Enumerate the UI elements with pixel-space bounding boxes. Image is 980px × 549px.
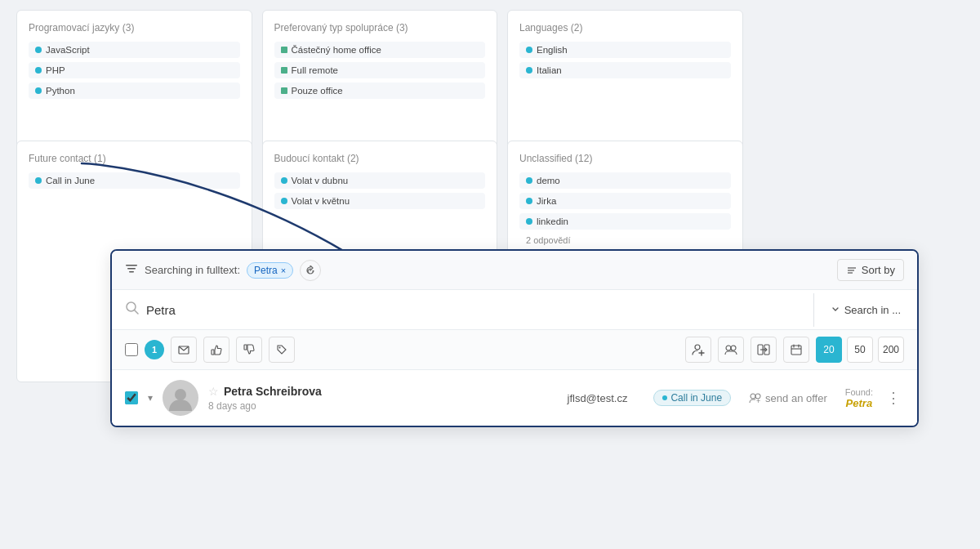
tag-dot-icon	[35, 177, 42, 184]
tag-jirka: Jirka	[519, 193, 731, 209]
tag-dot-icon	[526, 67, 532, 74]
svg-rect-3	[129, 271, 134, 273]
petra-filter-tag[interactable]: Petra ×	[247, 262, 293, 279]
select-all-checkbox[interactable]	[125, 343, 138, 356]
contact-row: ▾ ☆ Petra Schreibrova 8 days ago jflsd@t…	[112, 370, 917, 426]
svg-rect-10	[212, 350, 214, 355]
selection-badge: 1	[145, 340, 164, 359]
svg-rect-21	[791, 346, 801, 355]
answers-count: 2 odpovědí	[519, 234, 731, 247]
filter-icon	[125, 262, 138, 278]
calendar-button[interactable]	[783, 337, 809, 363]
send-offer-button[interactable]: + send an offer	[749, 392, 827, 404]
contact-info: ☆ Petra Schreibrova 8 days ago	[208, 385, 541, 412]
tag-dot-icon	[35, 67, 42, 74]
page-200-button[interactable]: 200	[878, 337, 904, 363]
tag-call-june: Call in June	[29, 172, 240, 189]
tag-button[interactable]	[269, 337, 295, 363]
tag-full-remote: Full remote	[274, 62, 486, 78]
tag-square-icon	[281, 47, 287, 53]
svg-point-12	[279, 347, 281, 349]
tag-pouze-office: Pouze office	[274, 83, 486, 99]
svg-point-17	[731, 346, 736, 350]
refresh-button[interactable]	[300, 260, 321, 281]
contact-checkbox[interactable]	[125, 391, 138, 404]
tag-volat-may: Volat v květnu	[274, 193, 486, 209]
search-icon	[125, 301, 140, 319]
contact-email: jflsd@test.cz	[568, 392, 628, 404]
tag-javascript: JavaScript	[29, 42, 240, 58]
tag-dot-icon	[35, 47, 42, 53]
transfer-button[interactable]	[751, 337, 777, 363]
thumbs-down-button[interactable]	[236, 337, 262, 363]
tag-dot-icon	[526, 47, 532, 53]
tag-demo: demo	[519, 172, 731, 189]
tag-dot-icon	[526, 177, 532, 184]
tag-volat-april: Volat v dubnu	[274, 172, 486, 189]
toolbar: 1	[112, 330, 917, 370]
found-section: Found: Petra	[845, 387, 873, 409]
search-input-area	[112, 293, 814, 327]
card-title-collab: Preferovaný typ spolupráce (3)	[274, 22, 486, 33]
remove-petra-tag[interactable]: ×	[281, 266, 286, 275]
contact-name-row: ☆ Petra Schreibrova	[208, 385, 541, 398]
label-dot-icon	[662, 395, 667, 400]
svg-rect-11	[244, 345, 247, 350]
tag-square-icon	[281, 87, 287, 94]
tag-php: PHP	[29, 62, 240, 78]
header-left: Searching in fulltext: Petra ×	[125, 260, 321, 281]
add-person-button[interactable]	[685, 337, 711, 363]
svg-point-13	[695, 345, 700, 350]
search-panel: Searching in fulltext: Petra × Sort by	[110, 249, 919, 427]
panel-header: Searching in fulltext: Petra × Sort by	[112, 251, 917, 290]
svg-rect-1	[126, 265, 137, 266]
more-options-button[interactable]: ⋮	[883, 386, 904, 410]
card-title-languages: Languages (2)	[519, 22, 731, 33]
tag-square-icon	[281, 67, 287, 74]
card-title-future: Future contact (1)	[29, 153, 240, 164]
svg-rect-2	[127, 268, 136, 270]
contact-date: 8 days ago	[208, 400, 541, 412]
svg-point-26	[751, 394, 755, 399]
search-in-button[interactable]: Search in ...	[814, 290, 917, 329]
found-value: Petra	[845, 397, 873, 409]
contact-name: Petra Schreibrova	[224, 385, 322, 398]
contact-avatar	[163, 380, 198, 416]
email-button[interactable]	[171, 337, 197, 363]
thumbs-up-button[interactable]	[203, 337, 229, 363]
search-input[interactable]	[146, 293, 800, 327]
star-icon[interactable]: ☆	[208, 385, 219, 398]
tag-english: English	[519, 42, 731, 58]
card-title-unclassified: Unclassified (12)	[519, 153, 731, 164]
svg-point-16	[726, 346, 731, 350]
svg-point-25	[175, 389, 186, 400]
page-50-button[interactable]: 50	[847, 337, 873, 363]
card-title-programming: Programovací jazyky (3)	[29, 22, 240, 33]
tag-partial-home: Částečný home office	[274, 42, 486, 58]
card-title-budouci: Budoucí kontakt (2)	[274, 153, 486, 164]
searching-label: Searching in fulltext:	[145, 264, 240, 276]
expand-button[interactable]: ▾	[148, 392, 153, 404]
page-20-button[interactable]: 20	[816, 337, 842, 363]
svg-text:+: +	[756, 397, 760, 404]
tag-dot-icon	[526, 198, 532, 204]
tag-dot-icon	[281, 177, 287, 184]
tag-dot-icon	[526, 218, 532, 225]
tag-linkedin: linkedin	[519, 213, 731, 230]
group-button[interactable]	[718, 337, 744, 363]
search-bar: Search in ...	[112, 290, 917, 330]
tag-python: Python	[29, 83, 240, 99]
sort-button[interactable]: Sort by	[837, 259, 904, 281]
contact-label-tag: Call in June	[653, 390, 731, 406]
pagination-group: 20 50 200	[816, 337, 904, 363]
svg-line-8	[135, 310, 139, 315]
tag-dot-icon	[281, 198, 287, 204]
tag-dot-icon	[35, 87, 42, 94]
tag-italian: Italian	[519, 62, 731, 78]
